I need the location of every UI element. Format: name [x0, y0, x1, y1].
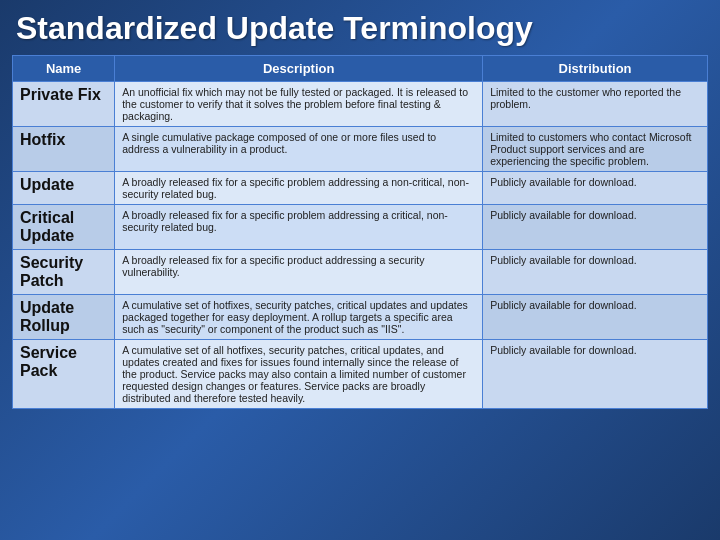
- cell-distribution: Publicly available for download.: [483, 205, 708, 250]
- header-distribution: Distribution: [483, 56, 708, 82]
- cell-description: A cumulative set of hotfixes, security p…: [115, 295, 483, 340]
- page-title: Standardized Update Terminology: [0, 0, 720, 55]
- cell-description: A cumulative set of all hotfixes, securi…: [115, 340, 483, 409]
- cell-name: Update: [13, 172, 115, 205]
- cell-name: Critical Update: [13, 205, 115, 250]
- cell-distribution: Publicly available for download.: [483, 172, 708, 205]
- cell-description: A single cumulative package composed of …: [115, 127, 483, 172]
- cell-description: A broadly released fix for a specific pr…: [115, 172, 483, 205]
- cell-name: Private Fix: [13, 82, 115, 127]
- cell-name: Update Rollup: [13, 295, 115, 340]
- table-row: Service PackA cumulative set of all hotf…: [13, 340, 708, 409]
- table-row: Critical UpdateA broadly released fix fo…: [13, 205, 708, 250]
- table-row: UpdateA broadly released fix for a speci…: [13, 172, 708, 205]
- cell-name: Hotfix: [13, 127, 115, 172]
- table-row: Update RollupA cumulative set of hotfixe…: [13, 295, 708, 340]
- cell-description: A broadly released fix for a specific pr…: [115, 205, 483, 250]
- cell-distribution: Publicly available for download.: [483, 295, 708, 340]
- cell-name: Security Patch: [13, 250, 115, 295]
- terminology-table: Name Description Distribution Private Fi…: [12, 55, 708, 409]
- table-row: HotfixA single cumulative package compos…: [13, 127, 708, 172]
- cell-description: A broadly released fix for a specific pr…: [115, 250, 483, 295]
- cell-name: Service Pack: [13, 340, 115, 409]
- header-name: Name: [13, 56, 115, 82]
- table-row: Private FixAn unofficial fix which may n…: [13, 82, 708, 127]
- cell-distribution: Limited to the customer who reported the…: [483, 82, 708, 127]
- table-row: Security PatchA broadly released fix for…: [13, 250, 708, 295]
- cell-distribution: Limited to customers who contact Microso…: [483, 127, 708, 172]
- cell-description: An unofficial fix which may not be fully…: [115, 82, 483, 127]
- header-description: Description: [115, 56, 483, 82]
- cell-distribution: Publicly available for download.: [483, 340, 708, 409]
- cell-distribution: Publicly available for download.: [483, 250, 708, 295]
